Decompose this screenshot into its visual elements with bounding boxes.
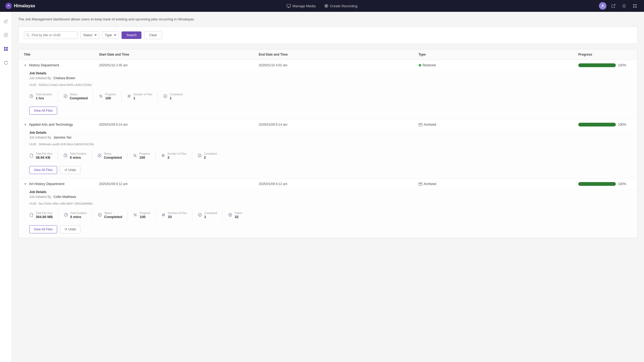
hash-icon-arthistory (161, 213, 166, 218)
svg-point-46 (98, 213, 101, 216)
view-all-files-button-arthistory[interactable]: View All Files (29, 225, 57, 233)
uuid-label-arthistory: UUID (29, 202, 36, 205)
create-recording-label: Create Recording (330, 4, 357, 8)
clock-icon-arthistory (64, 213, 68, 218)
stat-completed-arthistory: Completed 1 (192, 209, 223, 221)
sidebar-item-analytics[interactable] (1, 16, 11, 26)
create-recording-btn[interactable]: Create Recording (324, 4, 357, 8)
svg-point-48 (136, 215, 137, 216)
svg-rect-43 (419, 183, 422, 183)
stat-label-files-arts: Number of Files (167, 152, 186, 155)
stat-value-status-arts: Completed (104, 155, 122, 160)
job-name-history: History Department (29, 63, 59, 67)
progress-bar-bg-arts (578, 123, 616, 126)
main-layout: The Job Management dashboard allows user… (0, 12, 644, 362)
svg-line-18 (29, 36, 30, 37)
job-title-row-arthistory[interactable]: ▼ Art History Department 2025/01/09 6:12… (19, 179, 637, 189)
sidebar-item-jobs[interactable] (1, 44, 11, 54)
header-progress: Progress (578, 53, 632, 56)
status-filter[interactable]: Status (80, 31, 99, 39)
svg-point-28 (164, 95, 167, 98)
progress-label-arthistory: 100% (618, 182, 626, 186)
stat-failed-arthistory: Failed 32 (223, 209, 247, 221)
type-filter[interactable]: Type (102, 31, 119, 39)
svg-line-23 (100, 95, 102, 97)
percent-icon-arts (133, 153, 137, 159)
job-row-arthistory: ▼ Art History Department 2025/01/09 6:12… (19, 179, 637, 238)
action-buttons-arthistory: View All Files ↺ Undo (29, 225, 632, 233)
job-initiated-value-arthistory: Collin Matthews (53, 195, 76, 199)
job-row-history: ▼ History Department 2025/01/10 2:45 am … (19, 60, 637, 119)
stat-value-progress-history: 100 (105, 96, 116, 100)
navbar-center: Manage Media Create Recording (287, 4, 357, 8)
job-details-title-arthistory: Job Details (29, 190, 632, 194)
progress-bar-bg-history (578, 63, 616, 67)
job-initiated-label-history: Job Initiated By (29, 76, 51, 80)
view-all-files-button-history[interactable]: View All Files (29, 107, 57, 115)
uuid-value-arts: 360b4a6c-eed8-424f-9dce-5db50419c55b (39, 143, 94, 146)
svg-point-21 (100, 95, 101, 96)
svg-point-35 (135, 156, 136, 157)
job-start-arthistory: 2025/01/09 6:12 am (99, 182, 259, 186)
stat-value-progress-arts: 100 (139, 155, 150, 160)
external-link-icon[interactable] (610, 2, 617, 10)
avatar[interactable] (599, 2, 606, 10)
job-name-arts: Applied Arts and Technology (29, 122, 73, 126)
check-circle-icon-arts (97, 153, 102, 159)
stat-label-filesize-arthistory: Total File Size (36, 212, 53, 215)
progress-bar-fill-arthistory (578, 182, 616, 186)
undo-button-arts[interactable]: ↺ Undo (60, 166, 80, 174)
svg-rect-1 (287, 4, 291, 7)
file-icon-arthistory (29, 213, 34, 218)
search-button[interactable]: Search (122, 31, 141, 39)
job-initiated-value-arts: Jasmine Tan (53, 136, 71, 139)
svg-line-36 (134, 154, 136, 157)
undo-icon-arts: ↺ (64, 168, 67, 172)
undo-button-arthistory[interactable]: ↺ Undo (60, 225, 80, 233)
stat-label-status-arthistory: Status (104, 212, 122, 215)
type-dot-restored (419, 64, 421, 67)
svg-point-33 (98, 154, 101, 157)
hash-icon (127, 94, 131, 99)
stat-value-filesize-arts: 38.94 KB (36, 155, 52, 160)
check-circle-3-icon (197, 153, 202, 159)
svg-point-17 (27, 34, 29, 36)
svg-line-50 (163, 213, 163, 216)
table-header: Title Start Date and Time End Date and T… (19, 49, 637, 60)
job-progress-history: 100% (578, 63, 632, 67)
svg-rect-16 (6, 49, 8, 51)
brand: Himalayas (5, 3, 35, 9)
job-end-history: 2025/01/10 4:02 am (259, 63, 418, 67)
stat-files-history: Number of Files 1 (122, 91, 158, 102)
sidebar-item-refresh[interactable] (1, 58, 11, 68)
job-type-arthistory: Archived (419, 182, 578, 186)
view-all-files-button-arts[interactable]: View All Files (29, 166, 57, 174)
stat-duration-history: Total Duration 1 hrs (29, 91, 58, 102)
progress-bar-fill-history (578, 63, 616, 67)
progress-bar-fill-arts (578, 123, 616, 126)
job-title-row-history[interactable]: ▼ History Department 2025/01/10 2:45 am … (19, 60, 637, 70)
uuid-label-arts: UUID (29, 143, 36, 146)
clear-button[interactable]: Clear (144, 31, 162, 39)
uuid-row-arts: UUID 360b4a6c-eed8-424f-9dce-5db50419c55… (29, 143, 632, 146)
job-start-history: 2025/01/10 2:45 am (99, 63, 259, 67)
notifications-icon[interactable] (620, 2, 628, 10)
stat-value-completed-history: 1 (170, 96, 182, 100)
svg-point-20 (64, 95, 67, 98)
apps-grid-icon[interactable] (631, 2, 639, 10)
stats-row-history: Total Duration 1 hrs Status Complete (29, 91, 632, 102)
job-title-row-arts[interactable]: ▼ Applied Arts and Technology 2025/01/09… (19, 119, 637, 130)
brand-name: Himalayas (14, 3, 35, 8)
search-input[interactable] (24, 31, 78, 39)
chevron-down-icon: ▼ (24, 64, 27, 67)
manage-media-btn[interactable]: Manage Media (287, 4, 316, 8)
stat-label-duration-history: Total Duration (36, 93, 52, 96)
stat-progress-history: Progress 100 (93, 91, 122, 102)
svg-rect-14 (6, 47, 8, 49)
stat-label-progress-arts: Progress (139, 152, 150, 155)
stat-status-arthistory: Status Completed (92, 209, 128, 221)
job-title-arthistory: ▼ Art History Department (24, 182, 99, 186)
create-recording-icon (324, 4, 328, 8)
sidebar-item-compass[interactable] (1, 30, 11, 40)
stat-duration-arts: Total Duration 0 mins (58, 150, 92, 162)
